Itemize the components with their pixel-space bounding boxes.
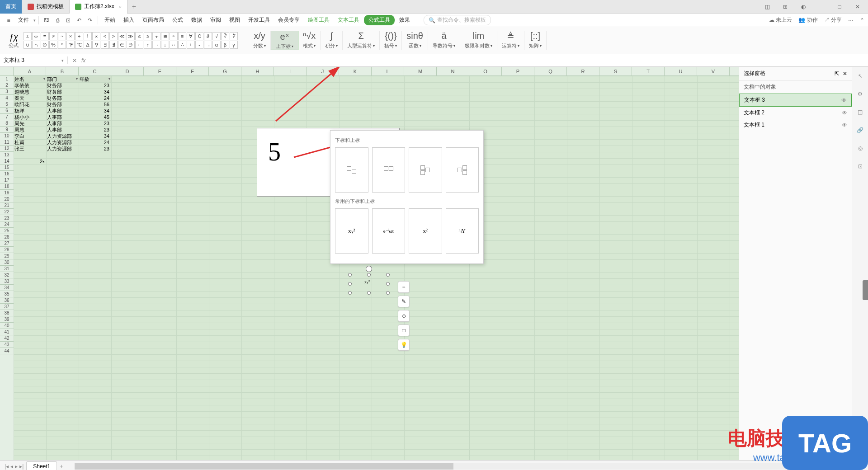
row-header-7[interactable]: 7: [0, 114, 14, 120]
location-icon[interactable]: ◎: [856, 144, 865, 153]
sheet-nav[interactable]: |◂◂▸▸|: [5, 463, 24, 470]
data-cell[interactable]: 李白: [14, 133, 46, 139]
visibility-icon[interactable]: 👁: [841, 97, 847, 103]
row-header-15[interactable]: 15: [0, 164, 14, 171]
data-cell[interactable]: 23: [79, 127, 111, 133]
data-cell[interactable]: 杜甫: [14, 139, 46, 146]
row-header-2[interactable]: 2: [0, 82, 14, 89]
data-cell[interactable]: 24: [79, 95, 111, 101]
data-cell[interactable]: 24: [79, 139, 111, 146]
resize-handle[interactable]: [367, 273, 371, 277]
col-header-S[interactable]: S: [599, 67, 632, 75]
resize-handle[interactable]: [386, 291, 390, 295]
data-cell[interactable]: 李依依: [14, 82, 46, 89]
row-header-5[interactable]: 5: [0, 101, 14, 108]
selected-textbox[interactable]: xᵧ²: [348, 273, 390, 295]
menu-insert[interactable]: 插入: [120, 14, 138, 26]
row-header-36[interactable]: 36: [0, 297, 14, 304]
col-header-H[interactable]: H: [241, 67, 274, 75]
data-cell[interactable]: 56: [79, 101, 111, 108]
close-button[interactable]: ✕: [852, 4, 863, 10]
tool-上下标[interactable]: eˣ上下标 ▾: [271, 31, 298, 50]
resize-handle[interactable]: [386, 273, 390, 277]
symbol-button[interactable]: ≤: [135, 32, 143, 40]
resize-handle[interactable]: [348, 273, 352, 277]
symbol-button[interactable]: !: [84, 32, 92, 40]
col-header-E[interactable]: E: [144, 67, 176, 75]
resize-handle[interactable]: [348, 282, 352, 286]
col-header-M[interactable]: M: [404, 67, 437, 75]
col-header-D[interactable]: D: [111, 67, 144, 75]
data-cell[interactable]: 财务部: [46, 89, 79, 95]
select-all-corner[interactable]: [0, 67, 14, 75]
menu-review[interactable]: 审阅: [207, 14, 225, 26]
rotate-handle[interactable]: [366, 266, 372, 272]
row-header-38[interactable]: 38: [0, 310, 14, 316]
dd-subsup-item[interactable]: [409, 147, 442, 193]
share-button[interactable]: ↗ 分享: [824, 16, 842, 24]
symbol-button[interactable]: ≈: [170, 32, 178, 40]
row-header-27[interactable]: 27: [0, 240, 14, 247]
pane-item-1[interactable]: 文本框 3👁: [739, 94, 852, 107]
data-cell[interactable]: 34: [79, 133, 111, 139]
apps-icon[interactable]: ⊞: [779, 4, 791, 10]
symbol-button[interactable]: √: [212, 32, 221, 40]
col-header-L[interactable]: L: [372, 67, 404, 75]
row-header-17[interactable]: 17: [0, 177, 14, 183]
row-header-29[interactable]: 29: [0, 253, 14, 259]
menu-draw-tool[interactable]: 绘图工具: [304, 14, 333, 26]
dd-common-1[interactable]: xᵧ²: [335, 208, 368, 254]
row-header-25[interactable]: 25: [0, 228, 14, 234]
symbol-button[interactable]: ↔: [170, 41, 178, 49]
symbol-button[interactable]: ≪: [118, 32, 126, 40]
symbol-button[interactable]: ℃: [75, 41, 83, 49]
row-header-4[interactable]: 4: [0, 95, 14, 101]
formula-input[interactable]: ✕fx: [68, 57, 868, 64]
visibility-icon[interactable]: 👁: [842, 122, 847, 128]
symbol-button[interactable]: ℉: [66, 41, 75, 49]
col-header-T[interactable]: T: [632, 67, 665, 75]
cells-grid[interactable]: 5 下标和上标 常用的下标和上标 xᵧ² e⁻ⁱωt x²: [14, 76, 739, 460]
menu-formula-tool[interactable]: 公式工具: [364, 15, 395, 25]
save-icon[interactable]: 🖫: [42, 15, 52, 25]
symbol-button[interactable]: ∅: [41, 41, 49, 49]
data-cell[interactable]: 赵晓慧: [14, 89, 46, 95]
symbol-button[interactable]: ∝: [92, 32, 100, 40]
cloud-status[interactable]: ☁ 未上云: [769, 16, 792, 24]
row-header-6[interactable]: 6: [0, 108, 14, 114]
symbol-button[interactable]: ∋: [127, 41, 135, 49]
settings-icon[interactable]: ⚙: [856, 89, 865, 99]
formula-button[interactable]: ƒχ 公式: [5, 33, 23, 49]
col-header-R[interactable]: R: [567, 67, 599, 75]
backup-icon[interactable]: ⊡: [856, 162, 865, 171]
col-header-N[interactable]: N: [437, 67, 469, 75]
col-header-P[interactable]: P: [502, 67, 534, 75]
search-input[interactable]: 🔍查找命令、搜索模板: [424, 15, 491, 25]
float-idea[interactable]: 💡: [398, 339, 410, 351]
symbol-button[interactable]: ∛: [221, 32, 229, 40]
tool-分数[interactable]: x/y分数 ▾: [249, 31, 271, 50]
dd-common-3[interactable]: x²: [409, 208, 442, 254]
data-cell[interactable]: 张三: [14, 146, 46, 152]
cell-a14[interactable]: 2₃: [14, 158, 46, 164]
data-cell[interactable]: 23: [79, 120, 111, 127]
tool-导数符号[interactable]: ä导数符号 ▾: [428, 31, 460, 50]
symbol-button[interactable]: ∈: [118, 41, 126, 49]
data-cell[interactable]: 财务部: [46, 101, 79, 108]
layout-tool-icon[interactable]: ◫: [856, 108, 865, 117]
dd-common-4[interactable]: ⁿᵢY: [446, 208, 479, 254]
data-cell[interactable]: 人事部: [46, 127, 79, 133]
resize-handle[interactable]: [367, 291, 371, 295]
data-cell[interactable]: 人力资源部: [46, 133, 79, 139]
symbol-button[interactable]: >: [109, 32, 118, 40]
menu-member[interactable]: 会员专享: [274, 14, 303, 26]
symbol-button[interactable]: β: [221, 41, 229, 49]
symbol-button[interactable]: ∁: [195, 32, 203, 40]
row-header-23[interactable]: 23: [0, 215, 14, 221]
data-cell[interactable]: 23: [79, 82, 111, 89]
tab-template[interactable]: 找稻壳模板: [22, 0, 70, 14]
undo-icon[interactable]: ↶: [74, 15, 84, 25]
collapse-handle[interactable]: [863, 280, 868, 300]
symbol-button[interactable]: γ: [230, 41, 238, 49]
float-minus[interactable]: −: [398, 281, 410, 293]
